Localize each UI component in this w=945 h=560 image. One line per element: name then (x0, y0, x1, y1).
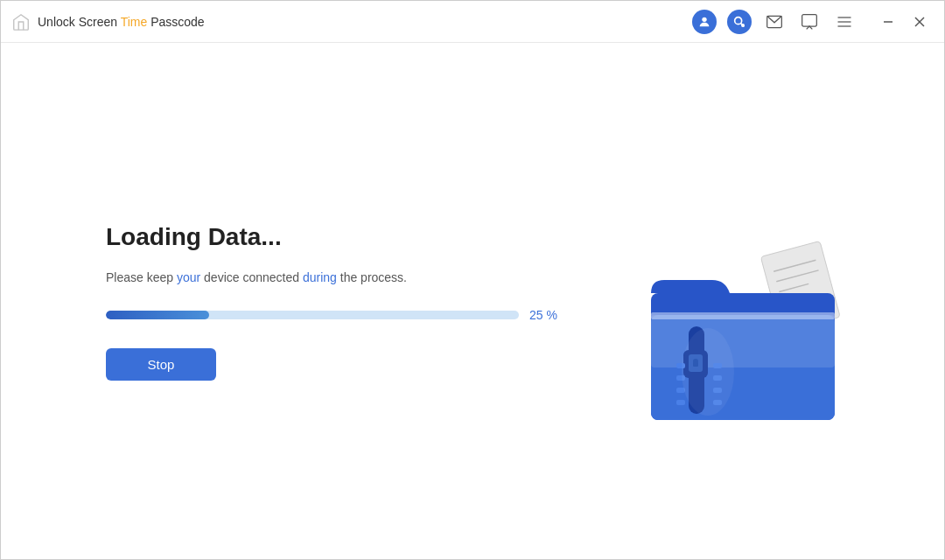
progress-bar-track (106, 311, 519, 319)
app-title: Unlock Screen Time Passcode (38, 15, 205, 29)
folder-illustration (620, 197, 848, 407)
left-panel: Loading Data... Please keep your device … (106, 223, 561, 381)
home-icon[interactable] (11, 12, 31, 32)
svg-rect-5 (802, 14, 817, 25)
progress-percent: 25 % (529, 308, 561, 322)
user-account-icon[interactable] (692, 10, 717, 34)
loading-title: Loading Data... (106, 223, 561, 251)
title-bar-left: Unlock Screen Time Passcode (11, 12, 692, 32)
title-bar: Unlock Screen Time Passcode (1, 1, 944, 43)
minimize-button[interactable] (874, 8, 902, 36)
stop-button[interactable]: Stop (106, 348, 216, 381)
window-controls (874, 8, 934, 36)
svg-point-1 (735, 17, 742, 24)
right-panel (594, 197, 874, 407)
mail-icon[interactable] (762, 10, 787, 34)
menu-icon[interactable] (832, 10, 857, 34)
svg-rect-18 (651, 315, 835, 368)
progress-bar-fill (106, 311, 209, 319)
search-tool-icon[interactable] (727, 10, 752, 34)
close-button[interactable] (906, 8, 934, 36)
svg-rect-32 (651, 312, 835, 319)
svg-point-33 (682, 328, 734, 416)
subtitle-text: Please keep your device connected during… (106, 269, 561, 287)
progress-container: 25 % (106, 308, 561, 322)
title-bar-icons (692, 8, 934, 36)
main-content: Loading Data... Please keep your device … (1, 43, 944, 560)
chat-icon[interactable] (797, 10, 822, 34)
svg-point-3 (741, 24, 745, 27)
svg-rect-28 (676, 400, 685, 405)
svg-point-0 (702, 17, 706, 21)
